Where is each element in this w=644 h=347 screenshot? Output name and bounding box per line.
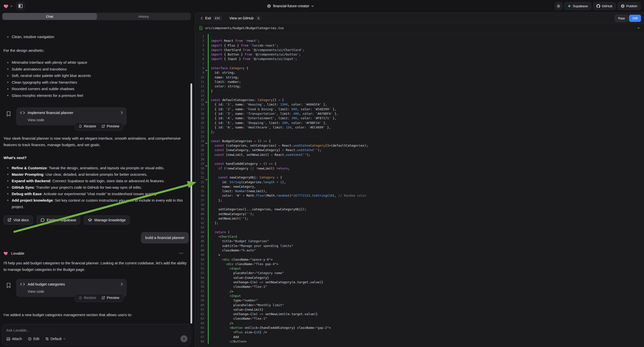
code-line: 42 }; <box>195 221 644 225</box>
project-name: financial-future-creator <box>273 4 309 8</box>
collapse-file-icon[interactable] <box>637 27 640 29</box>
user-message-bubble: build a financial planner <box>141 232 189 244</box>
line-number: 31 <box>195 171 204 175</box>
line-number: 53 <box>195 271 204 275</box>
code-text: Add <box>208 335 239 339</box>
code-text: id: string; <box>208 70 235 75</box>
line-number: 60 <box>195 303 204 308</box>
code-text: import ChartCard from '@/components/ui/C… <box>208 48 304 52</box>
view-code-link[interactable]: View code <box>20 118 123 122</box>
chat-input[interactable]: Ask Lovable... <box>6 328 187 332</box>
line-number: 52 <box>195 266 204 271</box>
line-number: 33 <box>195 180 204 184</box>
restore-button[interactable]: Restore <box>79 296 96 300</box>
line-number: 66 <box>195 330 204 334</box>
project-switcher[interactable]: financial-future-creator <box>267 0 314 12</box>
github-icon <box>596 4 600 8</box>
code-line: 61 value={newLimit} <box>195 308 644 312</box>
file-header[interactable]: src/components/budget/BudgetCategories.t… <box>195 24 644 32</box>
code-text: </Button> <box>208 339 246 344</box>
chevron-right-icon[interactable] <box>121 111 123 114</box>
line-number: 68 <box>195 339 204 344</box>
bullet-item: Clean, intuitive navigation <box>4 34 190 40</box>
code-text: { id: '3', name: 'Transportation', limit… <box>208 112 338 116</box>
code-line: 27 const [newLimit, setNewLimit] = React… <box>195 152 644 157</box>
code-editor[interactable]: 12import React from 'react';3import { Pl… <box>195 32 644 347</box>
line-number: 4 <box>195 48 204 52</box>
whats-next-item: Debug with Ease: Activate our experiment… <box>4 191 189 197</box>
line-number: 32 <box>195 175 204 180</box>
chat-bubble-icon <box>40 218 44 222</box>
line-number: 38 <box>195 202 204 207</box>
line-number: 42 <box>195 221 204 225</box>
code-line: 16 { id: '1', name: 'Housing', limit: 15… <box>195 102 644 107</box>
tool-card-title: Add budget categories <box>28 282 65 287</box>
restore-button[interactable]: Restore <box>79 124 96 128</box>
line-number: 41 <box>195 216 204 221</box>
code-text: import { Button } from '@/components/ui/… <box>208 52 301 57</box>
attach-button[interactable]: Attach <box>6 337 22 341</box>
gear-icon <box>556 4 560 8</box>
edit-button[interactable]: Edit <box>28 337 39 341</box>
visit-docs-button[interactable]: Visit docs <box>4 216 33 224</box>
more-options-icon[interactable] <box>179 253 183 254</box>
code-line: 56 className="flex-1" <box>195 284 644 289</box>
line-number: 61 <box>195 308 204 312</box>
bullet-item: Rounded corners and subtle shadows <box>4 86 190 92</box>
view-code-link[interactable]: View code <box>20 289 123 294</box>
code-line: 18 { id: '3', name: 'Transportation', li… <box>195 112 644 116</box>
tool-card-title: Implement financial planner <box>28 110 73 115</box>
chat-message-list[interactable]: Clean, intuitive navigation For the desi… <box>0 32 193 324</box>
g-shortcut-badge: G <box>256 16 261 20</box>
view-on-github-button[interactable]: View on GitHub G <box>229 16 261 20</box>
line-number: 30 <box>195 166 204 171</box>
line-number: 28 <box>195 157 204 162</box>
line-number: 29 <box>195 162 204 166</box>
code-text: onChange={(e) => setNewCategory(e.target… <box>208 280 323 284</box>
publish-button[interactable]: Publish <box>618 2 640 10</box>
code-text: { id: '5', name: 'Shopping', limit: 200,… <box>208 121 327 125</box>
github-button[interactable]: GitHub <box>593 2 616 10</box>
bookmark-icon[interactable] <box>6 111 11 116</box>
raw-button[interactable]: Raw <box>615 15 628 22</box>
assistant-header: Lovable <box>4 250 190 257</box>
code-text: setCategories([...categories, newCategor… <box>208 207 306 212</box>
code-line: 25 const [categories, setCategories] = R… <box>195 144 644 148</box>
line-number: 50 <box>195 258 204 262</box>
tab-chat[interactable]: Chat <box>2 13 97 20</box>
explore-supabase-button[interactable]: Explore Supabase <box>36 216 80 224</box>
tab-history[interactable]: History <box>97 13 191 20</box>
code-line: 17 { id: '2', name: 'Food & Dining', lim… <box>195 107 644 112</box>
code-line: 67 Add <box>195 335 644 339</box>
bookmark-icon[interactable] <box>6 283 11 288</box>
send-button[interactable] <box>180 335 188 342</box>
manage-knowledge-button[interactable]: Manage knowledge <box>84 216 130 224</box>
preview-button[interactable]: Preview <box>102 124 119 128</box>
code-line: 62 onChange={(e) => setNewLimit(e.target… <box>195 312 644 316</box>
preview-button[interactable]: Preview <box>102 296 119 300</box>
code-line: 58 <Input <box>195 294 644 298</box>
line-number: 15 <box>195 98 204 102</box>
code-line: 15const defaultCategories: Category[] = … <box>195 98 644 102</box>
supabase-button[interactable]: Supabase <box>564 2 591 10</box>
line-number: 47 <box>195 244 204 248</box>
code-line: 50 <div className="space-y-6"> <box>195 258 644 262</box>
diff-button[interactable]: Diff <box>629 15 641 22</box>
settings-button[interactable] <box>555 2 562 10</box>
code-line: 38 <box>195 202 644 207</box>
line-number: 20 <box>195 121 204 125</box>
lovable-logo-menu[interactable] <box>4 4 13 9</box>
toggle-sidebar-button[interactable] <box>16 2 25 10</box>
chevron-left-icon[interactable] <box>201 17 203 20</box>
line-number: 62 <box>195 312 204 316</box>
project-globe-icon <box>267 4 271 8</box>
line-number: 39 <box>195 207 204 212</box>
chat-scrollbar-thumb[interactable] <box>190 84 192 324</box>
exit-button[interactable]: Exit <box>205 16 211 20</box>
mode-select[interactable]: Default <box>45 337 66 341</box>
code-text: <div className="flex gap-4"> <box>208 262 278 266</box>
chat-composer[interactable]: Ask Lovable... Attach Edit Default <box>2 324 191 345</box>
code-line: 33 id: String(categories.length + 1), <box>195 180 644 184</box>
line-number: 10 <box>195 75 204 80</box>
chevron-right-icon[interactable] <box>121 282 123 286</box>
